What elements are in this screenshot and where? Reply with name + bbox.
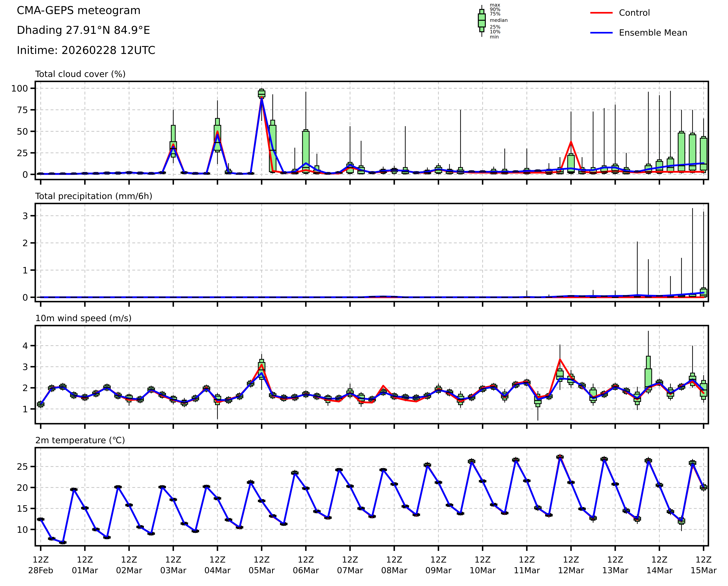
- panel-temp: 10152025: [17, 448, 708, 551]
- x-tick-label-day: 04Mar: [204, 566, 231, 575]
- y-tick-label: 0: [22, 292, 28, 303]
- control-line-swatch: [590, 12, 613, 14]
- median-lines: [37, 370, 707, 404]
- x-tick-label-day: 02Mar: [116, 566, 142, 575]
- x-tick-label-hour: 12Z: [254, 555, 270, 564]
- box-25-75: [568, 155, 574, 173]
- legend-label-25: 25%: [490, 25, 531, 29]
- x-tick-label-hour: 12Z: [121, 555, 137, 564]
- panel-precip: 0123: [22, 203, 708, 307]
- x-tick-label-hour: 12Z: [342, 555, 358, 564]
- x-tick-label-hour: 12Z: [430, 555, 447, 564]
- legend-label-75: 75%: [490, 11, 531, 16]
- panel-frame: [35, 81, 708, 180]
- median-lines: [37, 94, 707, 174]
- x-tick-label-hour: 12Z: [474, 555, 491, 564]
- y-tick-label: 100: [11, 83, 28, 94]
- x-tick-label-day: 15Mar: [691, 566, 717, 575]
- x-tick-label-hour: 12Z: [209, 555, 226, 564]
- y-tick-label: 15: [17, 503, 28, 514]
- x-tick-label-day: 07Mar: [337, 566, 363, 575]
- y-tick-label: 20: [17, 482, 28, 493]
- y-tick-label: 2: [22, 238, 28, 248]
- x-tick-label-day: 12Mar: [558, 566, 584, 575]
- panel-title-temperature: 2m temperature (℃): [35, 435, 125, 445]
- x-tick-label-day: 28Feb: [28, 566, 53, 575]
- panel-frame: [35, 203, 708, 302]
- ensemble-boxes: [37, 454, 707, 544]
- x-tick-label-day: 09Mar: [425, 566, 452, 575]
- page-location: Dhading 27.91°N 84.9°E: [17, 24, 150, 36]
- x-tick-label-hour: 12Z: [519, 555, 535, 564]
- panel-cloud: 0255075100: [11, 81, 708, 185]
- x-tick-label-day: 10Mar: [470, 566, 496, 575]
- x-tick-label-hour: 12Z: [651, 555, 668, 564]
- x-tick-label-hour: 12Z: [298, 555, 314, 564]
- box-whisker-legend-icon: [473, 2, 492, 40]
- x-tick-label-day: 01Mar: [72, 566, 98, 575]
- ensemble-boxes: [37, 331, 707, 421]
- y-tick-label: 75: [17, 105, 28, 115]
- legend-label-median: median: [490, 18, 531, 23]
- x-tick-label-day: 03Mar: [160, 566, 186, 575]
- x-tick-label-day: 08Mar: [381, 566, 408, 575]
- box-25-75: [303, 131, 309, 173]
- x-tick-label-hour: 12Z: [77, 555, 93, 564]
- meteogram-page: 0255075100012312341015202512Z28Feb12Z01M…: [0, 0, 728, 586]
- panel-title-wind-speed: 10m wind speed (m/s): [35, 313, 132, 323]
- meteogram-chart: 0255075100012312341015202512Z28Feb12Z01M…: [0, 0, 728, 586]
- panel-title-precipitation: Total precipitation (mm/6h): [35, 191, 153, 201]
- y-tick-label: 1: [22, 404, 28, 414]
- ensemble-mean-line-swatch: [590, 32, 613, 33]
- legend-label-min: min: [490, 34, 531, 39]
- x-tick-label-day: 05Mar: [249, 566, 275, 575]
- x-tick-label-hour: 12Z: [563, 555, 579, 564]
- x-tick-label-day: 11Mar: [514, 566, 540, 575]
- y-tick-label: 10: [17, 525, 28, 535]
- x-tick-label-day: 14Mar: [646, 566, 673, 575]
- x-tick-label-hour: 12Z: [696, 555, 712, 564]
- ensemble-boxes: [37, 208, 707, 298]
- panel-wind: 1234: [22, 326, 708, 429]
- x-tick-label-day: 06Mar: [293, 566, 319, 575]
- x-tick-label-hour: 12Z: [607, 555, 623, 564]
- x-tick-label-hour: 12Z: [32, 555, 49, 564]
- page-title: CMA-GEPS meteogram: [17, 4, 141, 17]
- y-tick-label: 2: [22, 383, 28, 393]
- x-tick-label-hour: 12Z: [165, 555, 181, 564]
- y-tick-label: 3: [22, 211, 28, 221]
- x-tick-label-day: 13Mar: [602, 566, 628, 575]
- x-tick-label-hour: 12Z: [386, 555, 402, 564]
- y-tick-label: 0: [22, 169, 28, 180]
- ensemble-mean-legend-label: Ensemble Mean: [619, 28, 687, 38]
- y-tick-label: 25: [17, 461, 28, 472]
- y-tick-label: 50: [17, 126, 28, 136]
- page-inittime: Initime: 20260228 12UTC: [17, 44, 155, 56]
- y-tick-label: 1: [22, 265, 28, 276]
- legend-label-10: 10%: [490, 29, 531, 34]
- panel-frame: [35, 448, 708, 546]
- y-tick-label: 4: [22, 340, 28, 351]
- y-tick-label: 25: [17, 148, 28, 158]
- control-legend-label: Control: [619, 8, 650, 18]
- box-25-75: [700, 138, 707, 170]
- y-tick-label: 3: [22, 362, 28, 372]
- panel-title-cloud-cover: Total cloud cover (%): [35, 69, 126, 79]
